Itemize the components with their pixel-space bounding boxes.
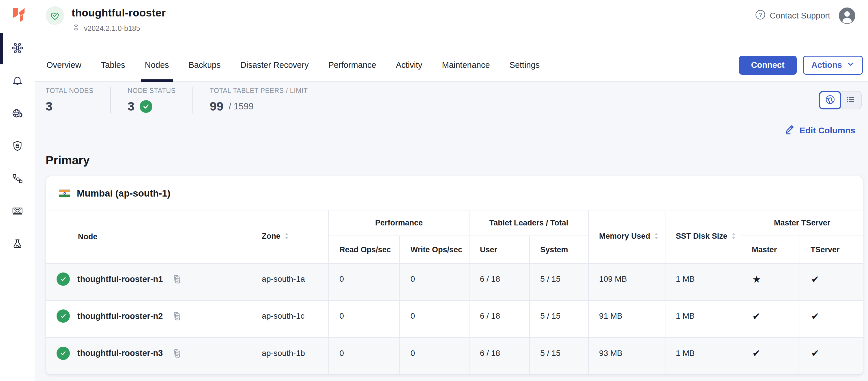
node-name[interactable]: thoughtful-rooster-n3: [78, 348, 163, 358]
system-tablets-cell: 5 / 15: [529, 338, 588, 374]
contact-support-label: Contact Support: [770, 11, 830, 21]
tab-disaster-recovery[interactable]: Disaster Recovery: [240, 49, 310, 81]
edit-columns-button[interactable]: Edit Columns: [784, 124, 855, 137]
section-title-primary: Primary: [45, 153, 863, 167]
tab-overview[interactable]: Overview: [45, 49, 82, 81]
page-title: thoughtful-rooster: [71, 7, 166, 19]
column-group-performance: Performance: [329, 210, 469, 236]
view-toggle: [819, 91, 862, 109]
write-ops-cell: 0: [400, 300, 469, 338]
user-avatar[interactable]: [839, 7, 855, 24]
tab-settings[interactable]: Settings: [509, 49, 541, 81]
sidebar-item-alerts[interactable]: [0, 65, 35, 97]
tab-nodes[interactable]: Nodes: [144, 49, 170, 81]
region-card-mumbai: Mumbai (ap-south-1) Node: [45, 176, 863, 375]
memory-used-cell: 93 MB: [588, 338, 665, 374]
list-icon: [845, 94, 856, 107]
region-title: Mumbai (ap-south-1): [77, 188, 170, 199]
copy-node-name-button[interactable]: [170, 309, 183, 323]
node-name[interactable]: thoughtful-rooster-n1: [78, 274, 163, 284]
sidebar-item-cloud-config[interactable]: [0, 97, 35, 130]
stat-node-status: NODE STATUS 3: [110, 87, 192, 113]
tab-performance[interactable]: Performance: [328, 49, 377, 81]
write-ops-cell: 0: [400, 338, 469, 374]
stat-total-nodes-value: 3: [45, 99, 93, 113]
column-group-master-tserver: Master TServer: [741, 210, 863, 236]
node-healthy-icon: [57, 272, 70, 286]
system-tablets-cell: 5 / 15: [529, 300, 588, 338]
sidebar: [0, 0, 35, 381]
edit-columns-label: Edit Columns: [800, 125, 855, 135]
memory-used-cell: 109 MB: [588, 264, 665, 300]
write-ops-cell: 0: [400, 264, 469, 300]
sort-icon: [654, 233, 658, 242]
tab-activity[interactable]: Activity: [395, 49, 423, 81]
copy-node-name-button[interactable]: [170, 346, 183, 360]
master-leader-star-icon: ★: [741, 264, 800, 300]
help-icon: ?: [755, 9, 766, 22]
sidebar-item-labs[interactable]: [0, 228, 35, 261]
bell-icon: [11, 74, 24, 89]
column-header-sst-disk-size[interactable]: SST Disk Size: [665, 210, 741, 264]
stat-tablet-peers: TOTAL TABLET PEERS / LIMIT 99 / 1599: [192, 87, 324, 113]
pencil-icon: [784, 124, 795, 137]
column-group-tablet-leaders: Tablet Leaders / Total: [469, 210, 588, 236]
nodes-table: Node Zone Performance Tablet Leaders / T…: [46, 210, 863, 374]
india-flag-icon: [59, 189, 70, 198]
universe-hub-icon: [11, 41, 24, 56]
nodes-content: TOTAL NODES 3 NODE STATUS 3 TOTAL: [35, 82, 868, 381]
actions-button[interactable]: Actions: [803, 56, 863, 75]
column-header-memory-used[interactable]: Memory Used: [588, 210, 665, 264]
node-name[interactable]: thoughtful-rooster-n2: [78, 312, 163, 321]
version-label: v2024.2.1.0-b185: [84, 24, 140, 33]
copy-node-name-button[interactable]: [170, 272, 183, 286]
node-row: thoughtful-rooster-n2 ap-south-1c 0 0 6 …: [46, 300, 863, 338]
zone-cell: ap-south-1c: [251, 300, 329, 338]
zone-cell: ap-south-1b: [251, 338, 329, 374]
sidebar-item-universes[interactable]: [0, 32, 35, 65]
tab-backups[interactable]: Backups: [188, 49, 222, 81]
column-header-write-ops: Write Ops/sec: [400, 236, 469, 264]
chevron-down-icon: [847, 60, 855, 70]
sort-icon: [284, 233, 289, 242]
sidebar-item-tasks[interactable]: [0, 163, 35, 196]
stat-total-nodes-label: TOTAL NODES: [45, 87, 93, 95]
flow-icon: [11, 172, 24, 186]
read-ops-cell: 0: [329, 264, 400, 300]
memory-used-cell: 91 MB: [588, 300, 665, 338]
yugabyte-logo-icon[interactable]: [9, 5, 26, 23]
node-row: thoughtful-rooster-n3 ap-south-1b 0 0 6 …: [46, 338, 863, 374]
map-view-button[interactable]: [819, 91, 841, 109]
node-row: thoughtful-rooster-n1 ap-south-1a 0 0 6 …: [46, 264, 863, 300]
stat-total-nodes: TOTAL NODES 3: [45, 87, 110, 113]
globe-icon: [824, 93, 836, 107]
sidebar-item-billing[interactable]: [0, 196, 35, 228]
green-check-circle-icon: [140, 100, 152, 113]
sidebar-item-security[interactable]: [0, 130, 35, 163]
universe-title-block: thoughtful-rooster v2024.2.1.0-b185: [45, 5, 166, 34]
sst-disk-size-cell: 1 MB: [665, 338, 741, 374]
column-header-zone[interactable]: Zone: [251, 210, 329, 264]
column-header-tserver: TServer: [800, 236, 863, 264]
user-tablets-cell: 6 / 18: [469, 300, 529, 338]
master-check-icon: ✔: [741, 338, 800, 374]
tab-maintenance[interactable]: Maintenance: [441, 49, 491, 81]
system-tablets-cell: 5 / 15: [529, 264, 588, 300]
sidebar-nav: [0, 32, 35, 261]
svg-text:?: ?: [759, 12, 762, 18]
column-header-master: Master: [741, 236, 800, 264]
column-header-memory-label: Memory Used: [599, 232, 650, 240]
node-healthy-icon: [57, 347, 70, 360]
tserver-check-icon: ✔: [800, 300, 863, 338]
stat-tablet-peers-limit: / 1599: [229, 101, 254, 112]
master-check-icon: ✔: [741, 300, 800, 338]
contact-support-link[interactable]: ? Contact Support: [755, 9, 830, 22]
connect-button[interactable]: Connect: [739, 56, 797, 75]
actions-button-label: Actions: [811, 60, 842, 70]
tab-tables[interactable]: Tables: [100, 49, 126, 81]
user-tablets-cell: 6 / 18: [469, 264, 529, 300]
stat-node-status-value: 3: [128, 99, 134, 113]
tserver-check-icon: ✔: [800, 338, 863, 374]
list-view-button[interactable]: [839, 91, 862, 109]
stat-tablet-peers-value: 99: [210, 99, 224, 113]
